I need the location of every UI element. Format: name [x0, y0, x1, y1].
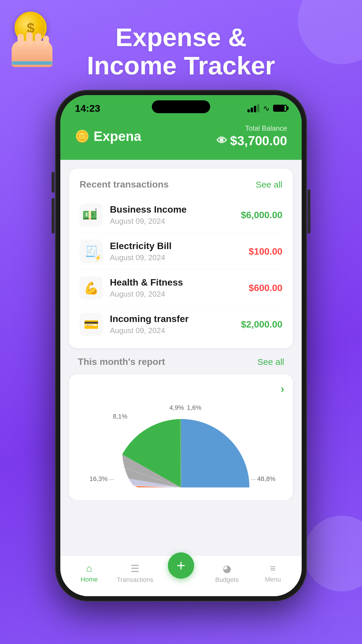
balance-value: $3,700.00	[230, 134, 287, 148]
nav-item-budgets[interactable]: ◕ Budgets	[204, 563, 250, 584]
phone-outer: 14:23 ∿ 🪙 Expena Total	[56, 90, 306, 601]
battery-icon	[273, 105, 287, 112]
main-content: Recent transactions See all 💵↑ Business …	[60, 160, 302, 500]
budgets-icon: ◕	[223, 563, 231, 574]
balance-label: Total Balance	[217, 124, 287, 132]
transaction-icon-transfer: 💳	[80, 313, 103, 336]
transaction-info-business: Business Income August 09, 2024	[110, 204, 241, 226]
nav-item-home[interactable]: ⌂ Home	[66, 563, 112, 583]
side-button-power	[307, 190, 310, 233]
eye-icon[interactable]: 👁	[217, 135, 227, 147]
wifi-icon: ∿	[263, 104, 270, 113]
pie-chart-container: 4,9% 1,6% 8,1% 16,3% — —	[78, 395, 284, 494]
app-logo: 🪙 Expena	[75, 128, 141, 144]
monthly-report-header-outer: This month's report See all	[60, 348, 302, 367]
side-button-volume-down	[52, 198, 55, 233]
monthly-report-title: This month's report	[78, 356, 165, 367]
transaction-icon-electricity: 🧾 ⚡	[80, 240, 103, 263]
hero-title: Expense & Income Tracker	[0, 23, 362, 80]
transaction-amount-business: $6,000.00	[241, 210, 282, 220]
status-time: 14:23	[75, 103, 100, 114]
home-icon: ⌂	[86, 563, 92, 574]
nav-label-budgets: Budgets	[215, 576, 239, 584]
transaction-icon-business: 💵↑	[80, 203, 103, 227]
status-icons: ∿	[247, 104, 287, 113]
balance-amount: 👁 $3,700.00	[217, 134, 287, 148]
recent-transactions-title: Recent transactions	[80, 179, 169, 190]
report-chevron-icon[interactable]: ›	[281, 383, 284, 395]
transaction-name: Electricity Bill	[110, 241, 249, 251]
transaction-item[interactable]: 💵↑ Business Income August 09, 2024 $6,00…	[80, 197, 282, 233]
recent-transactions-see-all[interactable]: See all	[256, 180, 282, 190]
balance-section: Total Balance 👁 $3,700.00	[217, 124, 287, 148]
recent-transactions-card: Recent transactions See all 💵↑ Business …	[69, 169, 293, 348]
nav-item-menu[interactable]: ≡ Menu	[250, 563, 296, 583]
app-header: 🪙 Expena Total Balance 👁 $3,700.00	[60, 118, 302, 160]
fab-wrapper: +	[168, 552, 194, 579]
transaction-info-health: Health & Fitness August 09, 2024	[110, 277, 249, 299]
phone-screen: 14:23 ∿ 🪙 Expena Total	[60, 95, 302, 596]
nav-item-transactions[interactable]: ☰ Transactions	[112, 563, 158, 584]
transaction-date: August 09, 2024	[110, 217, 241, 226]
side-button-volume-up	[52, 172, 55, 192]
transaction-amount-transfer: $2,000.00	[241, 319, 282, 330]
dynamic-island	[152, 100, 210, 113]
pie-label-163: 16,3% —	[89, 475, 114, 483]
transaction-item[interactable]: 💳 Incoming transfer August 09, 2024 $2,0…	[80, 306, 282, 342]
signal-icon	[247, 104, 259, 112]
nav-label-transactions: Transactions	[117, 576, 153, 584]
transaction-info-transfer: Incoming transfer August 09, 2024	[110, 314, 241, 335]
add-button[interactable]: +	[168, 552, 194, 579]
recent-transactions-header: Recent transactions See all	[80, 179, 282, 190]
app-name: Expena	[94, 128, 141, 144]
monthly-report-see-all[interactable]: See all	[257, 357, 284, 367]
transactions-icon: ☰	[131, 563, 139, 574]
transaction-name: Business Income	[110, 204, 241, 215]
menu-icon: ≡	[270, 563, 276, 574]
pie-label-16: 1,6%	[187, 404, 201, 412]
nav-label-home: Home	[80, 576, 98, 583]
phone-mockup: 14:23 ∿ 🪙 Expena Total	[56, 90, 306, 601]
nav-label-menu: Menu	[265, 576, 281, 583]
transaction-amount-electricity: $100.00	[249, 246, 282, 257]
hero-title-line2: Income Tracker	[87, 51, 275, 80]
transaction-amount-health: $600.00	[249, 283, 282, 293]
logo-icon: 🪙	[75, 130, 89, 143]
transaction-item[interactable]: 🧾 ⚡ Electricity Bill August 09, 2024 $10…	[80, 233, 282, 270]
monthly-report-card: › 4,9% 1,6% 8,1%	[69, 374, 293, 500]
hero-title-line1: Expense &	[115, 23, 247, 52]
transaction-date: August 09, 2024	[110, 290, 249, 299]
transaction-item[interactable]: 💪 Health & Fitness August 09, 2024 $600.…	[80, 270, 282, 306]
pie-label-49: 4,9%	[169, 404, 184, 412]
transaction-name: Health & Fitness	[110, 277, 249, 288]
transaction-date: August 09, 2024	[110, 326, 241, 335]
transaction-date: August 09, 2024	[110, 253, 249, 262]
transaction-name: Incoming transfer	[110, 314, 241, 324]
pie-label-488: — 48,8%	[251, 475, 275, 483]
transaction-info-electricity: Electricity Bill August 09, 2024	[110, 241, 249, 262]
transaction-icon-health: 💪	[80, 276, 103, 300]
pie-label-81: 8,1%	[113, 413, 127, 420]
